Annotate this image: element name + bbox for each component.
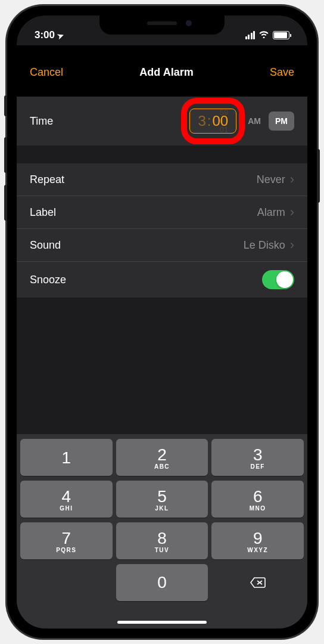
nav-bar: Cancel Add Alarm Save — [17, 45, 307, 97]
label-label: Label — [30, 206, 257, 219]
time-ghost-next: 01 — [220, 125, 228, 134]
time-label: Time — [30, 115, 189, 128]
repeat-label: Repeat — [30, 174, 257, 186]
label-value: Alarm — [257, 206, 285, 219]
time-colon: : — [207, 113, 211, 129]
signal-icon — [245, 31, 256, 39]
numeric-keyboard: 1 2ABC 3DEF 4GHI 5JKL 6MNO 7PQRS 8TUV 9W… — [17, 434, 307, 611]
key-8[interactable]: 8TUV — [116, 522, 208, 559]
key-6[interactable]: 6MNO — [211, 481, 304, 518]
key-2[interactable]: 2ABC — [116, 439, 208, 476]
notch — [99, 16, 225, 35]
status-time: 3:00 — [35, 29, 55, 41]
repeat-value: Never — [257, 174, 285, 186]
location-icon: ➤ — [56, 30, 65, 41]
key-4[interactable]: 4GHI — [20, 481, 113, 518]
key-7[interactable]: 7PQRS — [20, 522, 113, 559]
screen: 3:00 ➤ Cancel Add Alarm Save Time — [17, 16, 307, 628]
label-row[interactable]: Label Alarm › — [17, 196, 307, 229]
time-picker[interactable]: 59 3 : 00 01 — [189, 109, 236, 134]
sound-value: Le Disko — [244, 239, 285, 252]
snooze-row: Snooze — [17, 262, 307, 298]
chevron-right-icon: › — [290, 237, 294, 253]
cancel-button[interactable]: Cancel — [30, 66, 63, 79]
time-ghost-prev: 59 — [220, 109, 228, 117]
key-9[interactable]: 9WXYZ — [211, 522, 304, 559]
snooze-toggle[interactable] — [262, 270, 294, 289]
page-title: Add Alarm — [139, 66, 193, 79]
battery-icon — [273, 31, 289, 39]
save-button[interactable]: Save — [270, 66, 294, 79]
am-button[interactable]: AM — [244, 112, 265, 131]
backspace-key[interactable] — [211, 564, 304, 601]
repeat-row[interactable]: Repeat Never › — [17, 163, 307, 196]
home-indicator[interactable] — [117, 621, 207, 624]
snooze-label: Snooze — [30, 274, 262, 286]
key-1[interactable]: 1 — [20, 439, 113, 476]
time-row: Time 59 3 : 00 01 AM PM — [17, 97, 307, 145]
key-3[interactable]: 3DEF — [211, 439, 304, 476]
settings-list: Repeat Never › Label Alarm › Sound Le Di… — [17, 163, 307, 298]
sound-row[interactable]: Sound Le Disko › — [17, 229, 307, 262]
key-blank — [20, 564, 113, 601]
wifi-icon — [258, 29, 269, 41]
pm-button[interactable]: PM — [269, 112, 294, 131]
sound-label: Sound — [30, 239, 244, 252]
time-picker-wrap: 59 3 : 00 01 — [189, 109, 236, 134]
backspace-icon — [250, 577, 266, 589]
chevron-right-icon: › — [290, 172, 294, 187]
key-5[interactable]: 5JKL — [116, 481, 208, 518]
time-hour[interactable]: 3 — [198, 113, 205, 129]
chevron-right-icon: › — [290, 205, 294, 220]
content: Time 59 3 : 00 01 AM PM — [17, 97, 307, 628]
phone-frame: 3:00 ➤ Cancel Add Alarm Save Time — [7, 6, 317, 638]
key-0[interactable]: 0 — [116, 564, 208, 601]
ampm-toggle: AM PM — [244, 112, 294, 131]
